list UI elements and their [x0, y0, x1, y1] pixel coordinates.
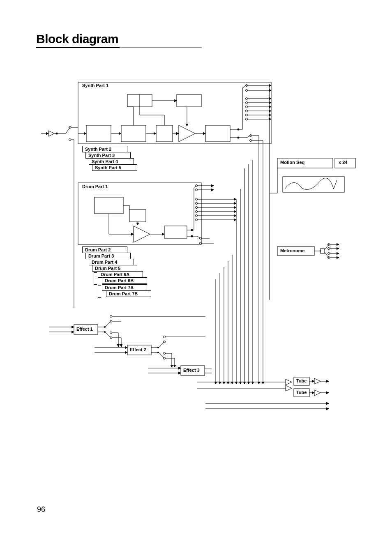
- svg-point-55: [250, 140, 252, 142]
- svg-point-34: [238, 137, 240, 139]
- svg-point-45: [246, 110, 248, 112]
- drum-part-7a: Drum Part 7A: [102, 284, 147, 291]
- svg-point-93: [196, 219, 198, 221]
- svg-line-140: [158, 342, 164, 348]
- svg-point-101: [200, 242, 202, 244]
- svg-point-6: [69, 139, 71, 141]
- svg-point-90: [196, 207, 198, 209]
- synth-part-4: Synth Part 4: [89, 158, 134, 165]
- svg-point-191: [328, 248, 330, 250]
- drum-part-5: Drum Part 5: [92, 265, 137, 272]
- svg-point-117: [110, 332, 112, 334]
- svg-point-88: [196, 198, 198, 200]
- svg-point-43: [246, 102, 248, 104]
- svg-point-47: [246, 118, 248, 120]
- svg-rect-70: [164, 226, 187, 238]
- svg-line-7: [66, 127, 70, 134]
- tube-2-label: Tube: [296, 390, 307, 395]
- page-title: Block diagram: [36, 32, 121, 48]
- tube-1-label: Tube: [296, 378, 307, 383]
- svg-rect-189: [321, 249, 325, 253]
- block-diagram: Synth Part 1 Synth Part 2 Synth Part 3 S…: [41, 78, 357, 419]
- svg-point-115: [110, 315, 112, 318]
- synth-part-2: Synth Part 2: [82, 146, 127, 152]
- svg-point-134: [164, 336, 166, 338]
- drum-part-4: Drum Part 4: [89, 259, 134, 265]
- svg-rect-11: [86, 125, 111, 142]
- drum-part-7b: Drum Part 7B: [106, 290, 151, 297]
- svg-point-92: [196, 215, 198, 217]
- effect-3-label: Effect 3: [183, 368, 200, 373]
- svg-point-33: [238, 129, 240, 131]
- title-rule: [120, 44, 202, 48]
- drum-part-2: Drum Part 2: [82, 246, 127, 253]
- synth-part-1-label: Synth Part 1: [82, 83, 108, 88]
- title-row: Block diagram: [36, 32, 357, 48]
- effect-2-label: Effect 2: [130, 347, 146, 352]
- svg-point-42: [246, 98, 248, 100]
- svg-marker-168: [286, 379, 292, 385]
- effect-1-label: Effect 1: [76, 327, 93, 332]
- svg-rect-15: [205, 125, 230, 142]
- metronome-label: Metronome: [280, 248, 304, 253]
- drum-part-6a: Drum Part 6A: [98, 271, 143, 278]
- svg-point-82: [196, 189, 198, 191]
- svg-marker-2: [48, 131, 54, 136]
- bracket-6: [94, 272, 97, 285]
- svg-point-192: [328, 253, 330, 255]
- bracket-7: [98, 286, 101, 298]
- drum-part-6b: Drum Part 6B: [102, 277, 147, 284]
- synth-part-3: Synth Part 3: [85, 152, 131, 159]
- svg-rect-12: [121, 125, 146, 142]
- svg-point-46: [246, 114, 248, 116]
- drum-part-1-label: Drum Part 1: [82, 184, 108, 189]
- svg-line-121: [105, 321, 111, 327]
- svg-point-44: [246, 106, 248, 108]
- svg-rect-22: [177, 94, 201, 107]
- svg-point-91: [196, 211, 198, 213]
- svg-point-36: [246, 90, 248, 92]
- svg-point-136: [164, 352, 166, 355]
- page-number: 96: [37, 505, 45, 514]
- svg-marker-173: [314, 378, 321, 384]
- synth-part-5: Synth Part 5: [92, 164, 137, 171]
- motion-seq-label: Motion Seq: [280, 160, 304, 165]
- svg-point-89: [196, 203, 198, 205]
- motion-mult-label: x 24: [339, 160, 347, 165]
- svg-rect-68: [129, 210, 146, 222]
- svg-rect-67: [95, 197, 123, 214]
- svg-marker-176: [314, 390, 321, 396]
- drum-part-3: Drum Part 3: [85, 253, 131, 259]
- svg-rect-13: [156, 125, 173, 142]
- svg-marker-169: [286, 385, 292, 391]
